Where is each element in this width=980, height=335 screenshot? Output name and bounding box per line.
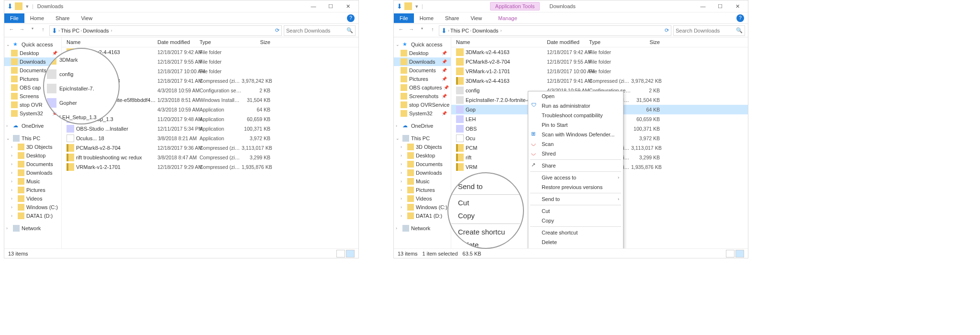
menu-item[interactable]: Cut bbox=[528, 206, 623, 216]
back-button[interactable]: ← bbox=[397, 26, 405, 35]
refresh-icon[interactable]: ⟳ bbox=[275, 27, 279, 34]
up-button[interactable]: ↑ bbox=[39, 26, 47, 35]
view-details-button[interactable] bbox=[346, 250, 355, 257]
tab-share[interactable]: Share bbox=[50, 13, 75, 23]
sidebar-item[interactable]: ›Music bbox=[4, 177, 61, 186]
sidebar-item[interactable]: ›3D Objects bbox=[394, 143, 451, 151]
view-thumb-button[interactable] bbox=[726, 250, 735, 257]
tab-home[interactable]: Home bbox=[414, 13, 439, 23]
maximize-button[interactable]: ☐ bbox=[322, 1, 339, 11]
sidebar-item[interactable]: ›Windows (C:) bbox=[4, 203, 61, 212]
menu-item[interactable]: Delete bbox=[528, 237, 623, 247]
sidebar-item[interactable]: ›Downloads bbox=[4, 168, 61, 177]
menu-item[interactable]: Open bbox=[528, 91, 623, 101]
sidebar-item[interactable]: stop OVRService ho📌 bbox=[394, 100, 451, 109]
back-button[interactable]: ← bbox=[7, 26, 16, 35]
menu-item[interactable]: Send to› bbox=[528, 194, 623, 204]
menu-item[interactable]: ◡Shred bbox=[528, 149, 623, 158]
menu-item[interactable]: Give access to› bbox=[528, 173, 623, 182]
file-row[interactable]: OBS-Studio ...Installer12/11/2017 5:34 P… bbox=[62, 124, 358, 134]
maximize-button[interactable]: ☐ bbox=[712, 1, 729, 11]
forward-button[interactable]: → bbox=[407, 26, 416, 35]
file-row[interactable]: Oculus... 183/8/2018 8:21 AMApplication3… bbox=[62, 134, 358, 143]
sidebar-item[interactable]: ›Pictures bbox=[4, 186, 61, 194]
breadcrumb[interactable]: ⬇ ›This PC ›Downloads› ⟳ bbox=[49, 25, 282, 36]
tab-manage[interactable]: Manage bbox=[492, 13, 523, 23]
file-row[interactable]: LEH_Setup_1.311/20/2017 9:48 AMApplicati… bbox=[62, 114, 358, 124]
sidebar-quick-access[interactable]: ⌄★Quick access bbox=[4, 40, 61, 49]
sidebar-item[interactable]: Desktop📌 bbox=[394, 49, 451, 57]
menu-item[interactable]: ⊞Scan with Windows Defender... bbox=[528, 130, 623, 139]
sidebar-item[interactable]: Desktop📌 bbox=[4, 49, 61, 57]
sidebar-onedrive[interactable]: ›☁OneDrive bbox=[4, 122, 61, 130]
qat-dropdown-icon[interactable]: ▾ bbox=[23, 2, 31, 10]
sidebar-item[interactable]: ›Desktop bbox=[394, 151, 451, 160]
file-row[interactable]: PCMark8-v2-8-70412/18/2017 9:55 AMFile f… bbox=[451, 57, 748, 67]
tab-view[interactable]: View bbox=[75, 13, 98, 23]
file-row[interactable]: PCMark8-v2-8-70412/18/2017 9:36 AMCompre… bbox=[62, 143, 358, 153]
tab-file[interactable]: File bbox=[4, 13, 24, 23]
sidebar-item[interactable]: ›DATA1 (D:) bbox=[394, 212, 451, 220]
sidebar-item[interactable]: ›Windows (C:) bbox=[394, 203, 451, 212]
recent-dropdown[interactable]: ▾ bbox=[418, 26, 426, 35]
menu-item[interactable]: Troubleshoot compatibility bbox=[528, 111, 623, 120]
sidebar-item[interactable]: OBS captures📌 bbox=[394, 83, 451, 92]
tab-view[interactable]: View bbox=[465, 13, 488, 23]
sidebar-this-pc[interactable]: ⌄This PC bbox=[394, 134, 451, 143]
search-input[interactable] bbox=[676, 28, 736, 34]
sidebar-item[interactable]: Screenshots📌 bbox=[394, 92, 451, 100]
search-box[interactable]: 🔍 bbox=[673, 25, 745, 36]
up-button[interactable]: ↑ bbox=[428, 26, 437, 35]
sidebar-item[interactable]: ›Documents bbox=[4, 160, 61, 168]
help-icon[interactable]: ? bbox=[347, 14, 355, 22]
application-tools-tab[interactable]: Application Tools bbox=[490, 2, 540, 11]
tab-file[interactable]: File bbox=[394, 13, 414, 23]
menu-item[interactable]: Rename bbox=[528, 247, 623, 248]
sidebar-item[interactable]: Documents📌 bbox=[394, 66, 451, 75]
menu-item[interactable]: Restore previous versions bbox=[528, 182, 623, 192]
help-icon[interactable]: ? bbox=[736, 14, 744, 22]
menu-item[interactable]: Pin to Start bbox=[528, 120, 623, 130]
sidebar-network[interactable]: ›Network bbox=[4, 224, 61, 233]
qat-folder-icon[interactable] bbox=[404, 2, 412, 10]
view-thumb-button[interactable] bbox=[336, 250, 345, 257]
menu-item[interactable]: Create shortcut bbox=[528, 228, 623, 237]
file-row[interactable]: 3DMark-v2-4-416312/18/2017 9:42 AMFile f… bbox=[62, 47, 358, 57]
sidebar-item[interactable]: ›3D Objects bbox=[4, 143, 61, 151]
sidebar-item[interactable]: ›Downloads bbox=[394, 168, 451, 177]
file-header[interactable]: Name Date modified Type Size bbox=[451, 37, 748, 47]
file-row[interactable]: 3DMark-v2-4-416312/18/2017 9:41 AMCompre… bbox=[451, 76, 748, 86]
tab-home[interactable]: Home bbox=[24, 13, 50, 23]
sidebar-item[interactable]: ›Desktop bbox=[4, 151, 61, 160]
qat-folder-icon[interactable] bbox=[15, 2, 22, 10]
tab-share[interactable]: Share bbox=[439, 13, 465, 23]
search-input[interactable] bbox=[286, 28, 346, 34]
menu-item[interactable]: ◡Scan bbox=[528, 139, 623, 149]
file-header[interactable]: Name Date modified Type Size bbox=[62, 37, 358, 47]
sidebar-quick-access[interactable]: ⌄★Quick access bbox=[394, 40, 451, 49]
menu-item[interactable]: ↗Share bbox=[528, 161, 623, 170]
sidebar-network[interactable]: ›Network bbox=[394, 224, 451, 233]
close-button[interactable]: ✕ bbox=[339, 1, 356, 11]
menu-item[interactable]: Copy bbox=[528, 216, 623, 225]
close-button[interactable]: ✕ bbox=[729, 1, 746, 11]
minimize-button[interactable]: — bbox=[694, 1, 712, 11]
refresh-icon[interactable]: ⟳ bbox=[665, 27, 669, 34]
sidebar-item[interactable]: ›Documents bbox=[394, 160, 451, 168]
sidebar-item[interactable]: System32📌 bbox=[394, 109, 451, 118]
sidebar-item[interactable]: ›Pictures bbox=[394, 186, 451, 194]
menu-item[interactable]: 🛡Run as administrator bbox=[528, 101, 623, 111]
sidebar-onedrive[interactable]: ›☁OneDrive bbox=[394, 122, 451, 130]
breadcrumb[interactable]: ⬇ ›This PC ›Downloads› ⟳ bbox=[439, 25, 671, 36]
minimize-button[interactable]: — bbox=[305, 1, 322, 11]
file-row[interactable]: VRMark-v1-2-170112/18/2017 10:00 AMFile … bbox=[451, 67, 748, 76]
sidebar-item[interactable]: ›Videos bbox=[394, 194, 451, 203]
sidebar-item[interactable]: ›DATA1 (D:) bbox=[4, 212, 61, 220]
sidebar-item[interactable]: ›Videos bbox=[4, 194, 61, 203]
sidebar-item[interactable]: ›Music bbox=[394, 177, 451, 186]
view-details-button[interactable] bbox=[735, 250, 744, 257]
sidebar-this-pc[interactable]: ⌄This PC bbox=[4, 134, 61, 143]
search-box[interactable]: 🔍 bbox=[284, 25, 356, 36]
forward-button[interactable]: → bbox=[18, 26, 26, 35]
recent-dropdown[interactable]: ▾ bbox=[28, 26, 37, 35]
